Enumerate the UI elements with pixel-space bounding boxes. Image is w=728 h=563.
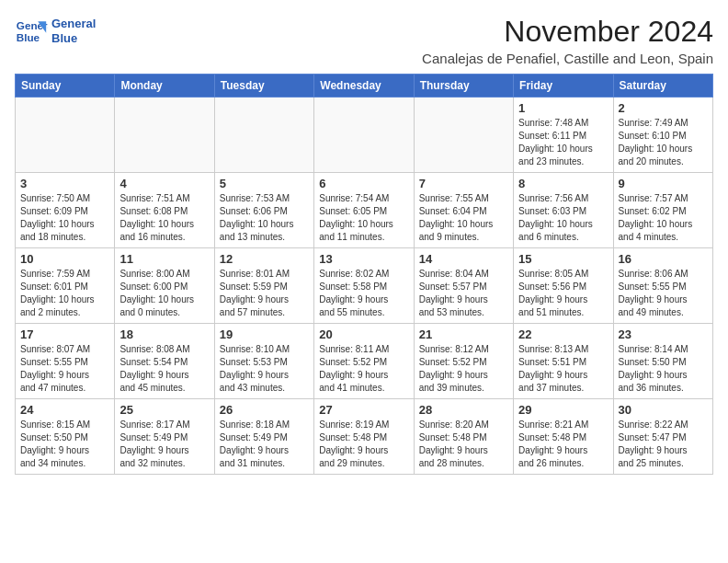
calendar-cell: 3Sunrise: 7:50 AM Sunset: 6:09 PM Daylig… xyxy=(16,173,115,248)
month-title: November 2024 xyxy=(422,15,713,49)
day-info: Sunrise: 7:55 AM Sunset: 6:04 PM Dayligh… xyxy=(419,192,508,244)
day-info: Sunrise: 7:56 AM Sunset: 6:03 PM Dayligh… xyxy=(518,192,608,244)
calendar-cell xyxy=(414,98,513,173)
calendar-header-tuesday: Tuesday xyxy=(214,75,313,98)
day-info: Sunrise: 8:12 AM Sunset: 5:52 PM Dayligh… xyxy=(419,343,508,395)
day-info: Sunrise: 8:18 AM Sunset: 5:49 PM Dayligh… xyxy=(220,419,309,470)
calendar-week-3: 10Sunrise: 7:59 AM Sunset: 6:01 PM Dayli… xyxy=(16,248,713,324)
calendar-cell: 16Sunrise: 8:06 AM Sunset: 5:55 PM Dayli… xyxy=(613,248,712,324)
calendar-header-saturday: Saturday xyxy=(613,75,712,98)
calendar-cell: 13Sunrise: 8:02 AM Sunset: 5:58 PM Dayli… xyxy=(314,248,414,324)
day-number: 6 xyxy=(319,177,408,190)
day-info: Sunrise: 8:02 AM Sunset: 5:58 PM Dayligh… xyxy=(319,268,408,319)
day-number: 23 xyxy=(619,327,708,341)
calendar-cell: 30Sunrise: 8:22 AM Sunset: 5:47 PM Dayli… xyxy=(613,399,712,475)
day-info: Sunrise: 8:19 AM Sunset: 5:48 PM Dayligh… xyxy=(319,419,408,470)
calendar-cell: 7Sunrise: 7:55 AM Sunset: 6:04 PM Daylig… xyxy=(414,173,513,248)
calendar: SundayMondayTuesdayWednesdayThursdayFrid… xyxy=(15,74,713,475)
day-info: Sunrise: 8:07 AM Sunset: 5:55 PM Dayligh… xyxy=(20,343,109,395)
day-number: 10 xyxy=(20,252,109,266)
day-number: 7 xyxy=(419,177,508,190)
day-number: 12 xyxy=(220,252,309,266)
day-number: 22 xyxy=(518,327,608,341)
calendar-cell xyxy=(115,98,214,173)
calendar-cell xyxy=(214,98,313,173)
day-number: 15 xyxy=(518,252,608,266)
calendar-cell: 10Sunrise: 7:59 AM Sunset: 6:01 PM Dayli… xyxy=(16,248,115,324)
calendar-cell xyxy=(314,98,414,173)
calendar-week-4: 17Sunrise: 8:07 AM Sunset: 5:55 PM Dayli… xyxy=(16,324,713,399)
day-number: 25 xyxy=(119,403,209,417)
day-number: 26 xyxy=(220,403,309,417)
day-number: 8 xyxy=(518,177,608,190)
day-number: 30 xyxy=(619,403,708,417)
svg-text:Blue: Blue xyxy=(17,31,40,43)
calendar-cell: 26Sunrise: 8:18 AM Sunset: 5:49 PM Dayli… xyxy=(214,399,313,475)
calendar-cell: 9Sunrise: 7:57 AM Sunset: 6:02 PM Daylig… xyxy=(613,173,712,248)
day-info: Sunrise: 8:21 AM Sunset: 5:48 PM Dayligh… xyxy=(518,419,608,470)
calendar-cell: 15Sunrise: 8:05 AM Sunset: 5:56 PM Dayli… xyxy=(514,248,613,324)
calendar-cell: 23Sunrise: 8:14 AM Sunset: 5:50 PM Dayli… xyxy=(613,324,712,399)
day-number: 5 xyxy=(220,177,309,190)
day-info: Sunrise: 8:01 AM Sunset: 5:59 PM Dayligh… xyxy=(220,268,309,319)
day-number: 17 xyxy=(20,327,109,341)
calendar-cell: 24Sunrise: 8:15 AM Sunset: 5:50 PM Dayli… xyxy=(16,399,115,475)
calendar-cell: 12Sunrise: 8:01 AM Sunset: 5:59 PM Dayli… xyxy=(214,248,313,324)
calendar-cell xyxy=(16,98,115,173)
day-info: Sunrise: 7:53 AM Sunset: 6:06 PM Dayligh… xyxy=(220,192,309,244)
calendar-cell: 14Sunrise: 8:04 AM Sunset: 5:57 PM Dayli… xyxy=(414,248,513,324)
calendar-header-thursday: Thursday xyxy=(414,75,513,98)
day-number: 4 xyxy=(119,177,209,190)
day-number: 29 xyxy=(518,403,608,417)
day-info: Sunrise: 8:15 AM Sunset: 5:50 PM Dayligh… xyxy=(20,419,109,470)
day-number: 3 xyxy=(20,177,109,190)
day-number: 2 xyxy=(619,101,708,115)
calendar-cell: 17Sunrise: 8:07 AM Sunset: 5:55 PM Dayli… xyxy=(16,324,115,399)
day-info: Sunrise: 8:05 AM Sunset: 5:56 PM Dayligh… xyxy=(518,268,608,319)
page-header: General Blue General Blue November 2024 … xyxy=(15,15,713,66)
calendar-cell: 27Sunrise: 8:19 AM Sunset: 5:48 PM Dayli… xyxy=(314,399,414,475)
logo: General Blue General Blue xyxy=(15,15,96,48)
day-info: Sunrise: 7:48 AM Sunset: 6:11 PM Dayligh… xyxy=(518,117,608,168)
day-info: Sunrise: 8:14 AM Sunset: 5:50 PM Dayligh… xyxy=(619,343,708,395)
day-info: Sunrise: 8:11 AM Sunset: 5:52 PM Dayligh… xyxy=(319,343,408,395)
day-info: Sunrise: 8:20 AM Sunset: 5:48 PM Dayligh… xyxy=(419,419,508,470)
calendar-cell: 5Sunrise: 7:53 AM Sunset: 6:06 PM Daylig… xyxy=(214,173,313,248)
calendar-cell: 4Sunrise: 7:51 AM Sunset: 6:08 PM Daylig… xyxy=(115,173,214,248)
calendar-cell: 8Sunrise: 7:56 AM Sunset: 6:03 PM Daylig… xyxy=(514,173,613,248)
day-info: Sunrise: 7:50 AM Sunset: 6:09 PM Dayligh… xyxy=(20,192,109,244)
calendar-cell: 25Sunrise: 8:17 AM Sunset: 5:49 PM Dayli… xyxy=(115,399,214,475)
calendar-cell: 20Sunrise: 8:11 AM Sunset: 5:52 PM Dayli… xyxy=(314,324,414,399)
calendar-cell: 28Sunrise: 8:20 AM Sunset: 5:48 PM Dayli… xyxy=(414,399,513,475)
day-info: Sunrise: 7:51 AM Sunset: 6:08 PM Dayligh… xyxy=(119,192,209,244)
day-info: Sunrise: 8:22 AM Sunset: 5:47 PM Dayligh… xyxy=(619,419,708,470)
day-number: 16 xyxy=(619,252,708,266)
logo-line2: Blue xyxy=(51,31,96,46)
logo-line1: General xyxy=(51,17,96,31)
day-number: 11 xyxy=(119,252,209,266)
calendar-week-5: 24Sunrise: 8:15 AM Sunset: 5:50 PM Dayli… xyxy=(16,399,713,475)
day-number: 20 xyxy=(319,327,408,341)
day-info: Sunrise: 8:04 AM Sunset: 5:57 PM Dayligh… xyxy=(419,268,508,319)
day-number: 21 xyxy=(419,327,508,341)
calendar-cell: 6Sunrise: 7:54 AM Sunset: 6:05 PM Daylig… xyxy=(314,173,414,248)
day-info: Sunrise: 8:00 AM Sunset: 6:00 PM Dayligh… xyxy=(119,268,209,319)
calendar-header-sunday: Sunday xyxy=(16,75,115,98)
calendar-cell: 1Sunrise: 7:48 AM Sunset: 6:11 PM Daylig… xyxy=(514,98,613,173)
calendar-header-friday: Friday xyxy=(514,75,613,98)
location-title: Canalejas de Penafiel, Castille and Leon… xyxy=(422,51,713,66)
calendar-week-1: 1Sunrise: 7:48 AM Sunset: 6:11 PM Daylig… xyxy=(16,98,713,173)
calendar-header-monday: Monday xyxy=(115,75,214,98)
day-info: Sunrise: 8:17 AM Sunset: 5:49 PM Dayligh… xyxy=(119,419,209,470)
day-number: 14 xyxy=(419,252,508,266)
calendar-header-row: SundayMondayTuesdayWednesdayThursdayFrid… xyxy=(16,75,713,98)
calendar-header-wednesday: Wednesday xyxy=(314,75,414,98)
day-number: 24 xyxy=(20,403,109,417)
day-number: 13 xyxy=(319,252,408,266)
day-number: 1 xyxy=(518,101,608,115)
day-info: Sunrise: 7:57 AM Sunset: 6:02 PM Dayligh… xyxy=(619,192,708,244)
day-info: Sunrise: 8:06 AM Sunset: 5:55 PM Dayligh… xyxy=(619,268,708,319)
day-info: Sunrise: 8:10 AM Sunset: 5:53 PM Dayligh… xyxy=(220,343,309,395)
day-number: 9 xyxy=(619,177,708,190)
calendar-body: 1Sunrise: 7:48 AM Sunset: 6:11 PM Daylig… xyxy=(16,98,713,475)
